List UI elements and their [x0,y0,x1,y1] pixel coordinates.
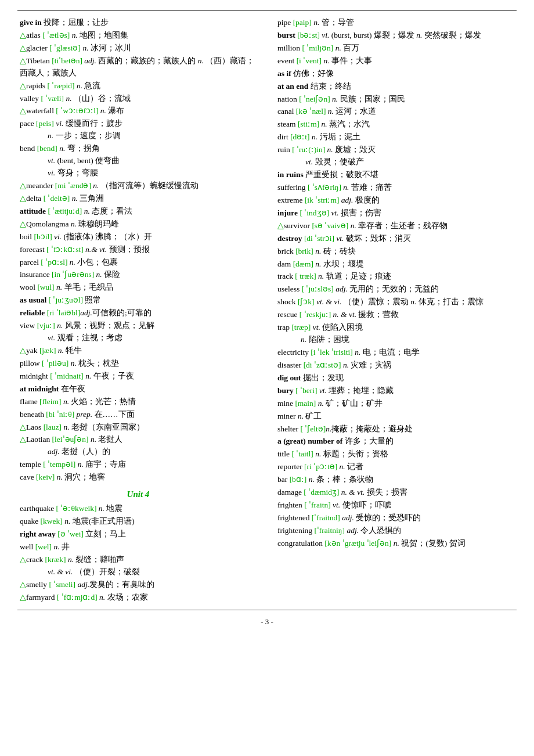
entry-frightened: frightened [ˈfraitnd] adj. 受惊的；受恐吓的 [277,512,517,524]
entry-mine: mine [main] n. 矿；矿山；矿井 [277,398,517,410]
entry-dam: dam [dæm] n. 水坝；堰堤 [277,258,517,271]
top-border [17,10,517,11]
entry-nation: nation [ ˈneiʃən] n. 民族；国家；国民 [277,93,517,106]
entry-meander: △meander [mi ˈændə] n. （指河流等）蜿蜒缓慢流动 [20,180,257,192]
entry-attitude: attitude [ ˈætitjuːd] n. 态度；看法 [20,206,257,218]
entry-bar: bar [bɑː] n. 条；棒；条状物 [277,474,517,486]
entry-brick: brick [brik] n. 砖；砖块 [277,246,517,258]
entry-valley: valley [ ˈvæli] n. （山）谷；流域 [20,93,257,105]
entry-as-if: as if 仿佛；好像 [277,68,517,80]
entry-glacier: △glacier [ ˈglæsiə] n. 冰河；冰川 [20,42,257,55]
entry-well: well [wel] n. 井 [20,541,257,553]
entry-qomolangma: △Qomolangma n. 珠穆朗玛峰 [20,218,257,231]
entry-tibetan: △Tibetan [tiˈbetən] adj. 西藏的；藏族的；藏族人的 n.… [20,55,257,80]
entry-injure: injure [ ˈindʒə] vt. 损害；伤害 [277,207,517,219]
entry-electricity: electricity [i ˈlek ˈtrisiti] n. 电；电流；电学 [277,347,517,359]
entry-insurance: insurance [in ˈʃuərəns] n. 保险 [20,269,257,281]
entry-yak: △yak [jæk] n. 牦牛 [20,345,257,357]
entry-at-midnight: at midnight 在午夜 [20,383,257,395]
entry-rescue: rescue [ ˈreskjuː] n. & vt. 援救；营救 [277,309,517,321]
bottom-border [17,610,517,610]
entry-forecast: forecast [ ˈfɔːkɑːst] n.& vt. 预测；预报 [20,244,257,256]
entry-right-away: right away [ə ˈwei] 立刻；马上 [20,528,257,541]
entry-frighten: frighten [ ˈfraitn] vt. 使惊吓；吓唬 [277,499,517,512]
entry-farmyard: △farmyard [ ˈfɑːmjɑːd] n. 农场；农家 [20,592,257,604]
entry-a-great-number-of: a (great) number of 许多；大量的 [277,435,517,448]
entry-trap: trap [træp] vt. 使陷入困境 n. 陷阱；困境 [277,322,517,346]
entry-earthquake: earthquake [ ˈəːθkweik] n. 地震 [20,503,257,515]
entry-midnight: midnight [ ˈmidnait] n. 午夜；子夜 [20,370,257,383]
entry-million: million [ ˈmiljən] n. 百万 [277,42,517,55]
entry-quake: quake [kwek] n. 地震(非正式用语) [20,516,257,528]
entry-pace: pace [peis] vi. 缓慢而行；踱步 n. 一步；速度；步调 [20,118,257,142]
entry-suffering: suffering [ ˈsʌfəriŋ] n. 苦难；痛苦 [277,182,517,194]
entry-waterfall: △waterfall [ ˈwɔːtəfɔːl] n. 瀑布 [20,105,257,117]
entry-crack: △crack [kræk] n. 裂缝；噼啪声 vt. & vi. （使）开裂；… [20,554,257,578]
page-number: - 3 - [17,617,517,627]
entry-pipe: pipe [paip] n. 管；导管 [277,17,517,29]
entry-bend: bend [bend] n. 弯；拐角 vt. (bent, bent) 使弯曲… [20,143,257,179]
left-column: give in 投降；屈服；让步 △atlas [ ˈætlәs] n. 地图；… [17,17,267,604]
entry-as-usual: as usual [ ˈjuːʒuəl] 照常 [20,294,257,307]
entry-rapids: △rapids [ ˈræpid] n. 急流 [20,80,257,92]
entry-reliable: reliable [ri ˈlaiəbl]adj.可信赖的;可靠的 [20,307,257,319]
entry-extreme: extreme [ik ˈstriːm] adj. 极度的 [277,195,517,207]
entry-smelly: △smelly [ ˈsmeli] adj.发臭的；有臭味的 [20,579,257,591]
entry-miner: miner n. 矿工 [277,411,517,423]
entry-reporter: reporter [ri ˈpɔːtə] n. 记者 [277,461,517,473]
entry-ruin: ruin [ ˈruː(ː)in] n. 废墟；毁灭 vt. 毁灵；使破产 [277,144,517,168]
entry-delta: △delta [ ˈdeltə] n. 三角洲 [20,193,257,205]
entry-cave: cave [keiv] n. 洞穴；地窖 [20,471,257,484]
entry-dirt: dirt [dəːt] n. 污垢；泥土 [277,131,517,143]
entry-pillow: pillow [ ˈpiləu] n. 枕头；枕垫 [20,358,257,370]
entry-disaster: disaster [di ˈzɑːstə] n. 灾难；灾祸 [277,359,517,372]
entry-beneath: beneath [bi ˈniːθ] prep. 在……下面 [20,409,257,421]
entry-wool: wool [wul] n. 羊毛；毛织品 [20,282,257,294]
entry-bury: bury [ ˈberi] vt. 埋葬；掩埋；隐藏 [277,385,517,397]
entry-frightening: frightening [ˈfraitniŋ] adj. 令人恐惧的 [277,525,517,537]
entry-in-ruins: in ruins 严重受损；破败不堪 [277,169,517,181]
entry-canal: canal [kə ˈnæl] n. 运河；水道 [277,106,517,118]
entry-laos: △Laos [lauz] n. 老挝（东南亚国家） [20,422,257,434]
entry-dig-out: dig out 掘出；发现 [277,372,517,384]
entry-give-in: give in 投降；屈服；让步 [20,17,257,29]
entry-steam: steam [stiːm] n. 蒸汽；水汽 [277,118,517,131]
entry-boil: boil [bɔil] vi. (指液体) 沸腾；（水）开 [20,231,257,243]
entry-useless: useless [ ˈjuːsləs] adj. 无用的；无效的；无益的 [277,283,517,296]
entry-burst: burst [bəːst] vi. (burst, burst) 爆裂；爆发 n… [277,30,517,42]
right-column: pipe [paip] n. 管；导管 burst [bəːst] vi. (b… [267,17,517,604]
entry-parcel: parcel [ ˈpɑːsl] n. 小包；包裹 [20,257,257,269]
entry-laotian: △Laotian [leiˈəuʃən] n. 老挝人 adj. 老挝（人）的 [20,434,257,458]
entry-flame: flame [fleim] n. 火焰；光芒；热情 [20,396,257,408]
entry-at-an-end: at an end 结束；终结 [277,81,517,93]
main-content: give in 投降；屈服；让步 △atlas [ ˈætlәs] n. 地图；… [17,17,517,604]
entry-event: event [i ˈvent] n. 事件；大事 [277,55,517,67]
entry-shelter: shelter [ ˈʃeltə]n.掩蔽；掩蔽处；避身处 [277,423,517,435]
entry-survivor: △survivor [sə ˈvaivə] n. 幸存者；生还者；残存物 [277,220,517,232]
entry-atlas: △atlas [ ˈætlәs] n. 地图；地图集 [20,30,257,42]
entry-view: view [vjuː] n. 风景；视野；观点；见解 vt. 观看；注视；考虑 [20,320,257,344]
entry-temple: temple [ ˈtempəl] n. 庙宇；寺庙 [20,459,257,471]
entry-damage: damage [ ˈdæmidʒ] n. & vt. 损失；损害 [277,487,517,499]
unit-header-4: Unit 4 [20,489,257,499]
entry-destroy: destroy [di ˈstrɔi] vt. 破坏；毁坏；消灭 [277,233,517,245]
entry-congratulation: congratulation [kən ˈgrætju ˈleiʃən] n. … [277,538,517,550]
entry-shock: shock [ʃɔk] vt. & vi. （使）震惊；震动 n. 休克；打击；… [277,296,517,308]
entry-title: title [ ˈtaitl] n. 标题；头衔；资格 [277,448,517,460]
entry-track: track [ træk] n. 轨道；足迹；痕迹 [277,271,517,283]
